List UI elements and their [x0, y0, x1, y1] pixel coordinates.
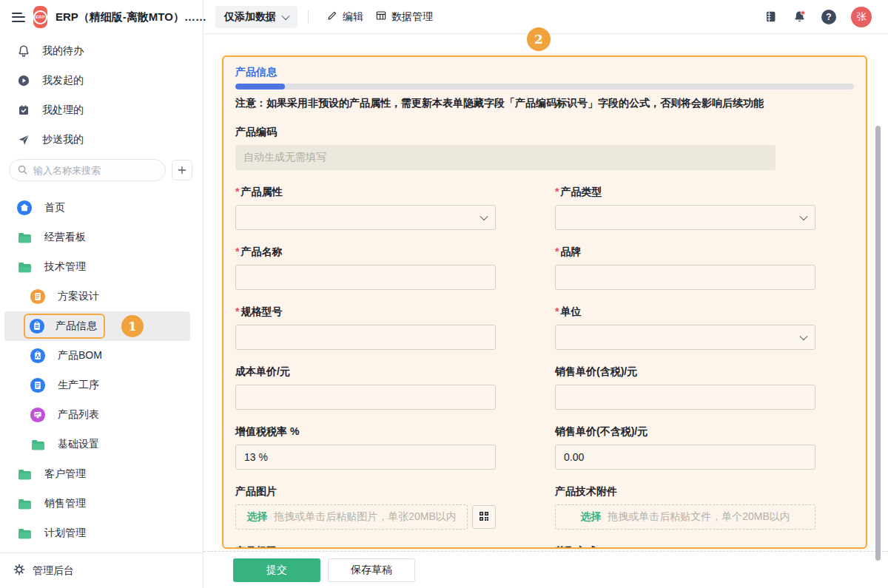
cost-price-input[interactable]: [235, 385, 496, 410]
qr-scan-button[interactable]: [472, 505, 496, 529]
field-sale-price-tax: 销售单价(含税)/元: [555, 364, 815, 410]
sidebar-item-cc-me[interactable]: 抄送我的: [0, 125, 203, 155]
chevron-down-icon: [281, 11, 289, 19]
qr-code-icon: [478, 510, 490, 524]
tech-attachment-upload[interactable]: 选择 拖拽或单击后粘贴文件，单个20MB以内: [555, 504, 815, 530]
field-unit: *单位: [555, 304, 815, 350]
add-button[interactable]: [172, 160, 192, 180]
product-image-upload[interactable]: 选择 拖拽或单击后粘贴图片，单张20MB以内: [235, 504, 468, 530]
field-product-type: *产品类型: [555, 184, 815, 230]
send-icon: [16, 133, 30, 147]
field-product-perm: 产品权限: [235, 544, 496, 549]
sidebar-item-sales-manage[interactable]: 销售管理: [0, 489, 203, 518]
chevron-down-icon: [799, 332, 807, 340]
notification-bell-icon[interactable]: [793, 10, 807, 24]
add-data-only-label: 仅添加数据: [224, 10, 276, 24]
product-info-icon: [29, 318, 45, 334]
sidebar-item-label: 我发起的: [42, 74, 84, 87]
process-doc-icon: [30, 377, 46, 393]
app-logo: ERP: [33, 6, 47, 28]
help-icon[interactable]: ?: [821, 10, 836, 24]
data-manage-label: 数据管理: [391, 10, 433, 24]
field-brand: *品牌: [555, 244, 815, 290]
product-attr-select[interactable]: [235, 205, 496, 230]
submit-button[interactable]: 提交: [233, 558, 320, 582]
sidebar-item-label: 技术管理: [44, 260, 86, 274]
sidebar-item-label: 基础设置: [58, 438, 99, 451]
field-label: 产品图片: [235, 484, 277, 499]
sidebar-item-my-initiated[interactable]: 我发起的: [0, 66, 203, 95]
scrollbar-thumb[interactable]: [875, 126, 881, 561]
sidebar-item-label: 生产工序: [58, 379, 99, 392]
hamburger-menu-icon[interactable]: [12, 13, 25, 22]
add-data-only-button[interactable]: 仅添加数据: [215, 6, 297, 28]
unit-select[interactable]: [555, 325, 815, 350]
folder-icon: [16, 496, 33, 512]
field-product-name: *产品名称: [235, 244, 496, 290]
bell-icon: [16, 44, 30, 58]
sidebar-item-label: 客户管理: [44, 467, 86, 481]
field-product-image: 产品图片 选择 拖拽或单击后粘贴图片，单张20MB以内: [235, 484, 496, 530]
topbar: 仅添加数据 编辑 数据管理 ? 张: [204, 0, 888, 34]
toolbar-divider: [308, 10, 309, 24]
product-type-select[interactable]: [555, 205, 815, 230]
sidebar-item-tech-manage[interactable]: 技术管理: [0, 252, 203, 282]
sidebar-item-label: 管理后台: [33, 564, 74, 578]
spec-model-input[interactable]: [235, 325, 496, 350]
field-label: 产品技术附件: [555, 484, 617, 499]
play-circle-icon: [16, 74, 30, 88]
form-title: 产品信息: [235, 66, 854, 78]
form-progress-bar: [235, 84, 854, 89]
field-label: 产品名称: [240, 244, 282, 259]
folder-icon: [16, 229, 33, 246]
sale-price-no-tax-input[interactable]: 0.00: [555, 445, 815, 470]
sidebar-menu: 首页 经营看板 技术管理 方案设计 产品信息: [0, 193, 203, 548]
required-mark: *: [555, 244, 559, 259]
sidebar-item-customer-manage[interactable]: 客户管理: [0, 459, 203, 489]
vat-rate-input[interactable]: 13 %: [235, 445, 496, 470]
sidebar-item-label: 我的待办: [42, 44, 84, 58]
sidebar-item-home[interactable]: 首页: [0, 193, 203, 223]
product-info-form-panel: 产品信息 注意：如果采用非预设的产品属性，需更新本表单隐藏字段「产品编码标识号」…: [222, 55, 867, 549]
sidebar-item-basic-settings[interactable]: 基础设置: [0, 430, 203, 459]
home-icon: [16, 200, 33, 216]
sidebar-header: ERP ERP（精细版-离散MTO）……: [0, 0, 203, 34]
search-icon: [17, 164, 28, 178]
sidebar-item-admin-console[interactable]: 管理后台: [0, 552, 203, 588]
step-2-badge: 2: [527, 27, 551, 51]
vat-rate-value: 13 %: [244, 451, 268, 463]
sale-price-tax-input[interactable]: [555, 385, 815, 410]
form-notice: 注意：如果采用非预设的产品属性，需更新本表单隐藏字段「产品编码标识号」字段的公式…: [235, 95, 854, 110]
user-avatar[interactable]: 张: [851, 7, 872, 27]
table-icon: [375, 10, 387, 24]
sidebar-item-my-todo[interactable]: 我的待办: [0, 36, 203, 66]
sidebar-item-my-processed[interactable]: 我处理的: [0, 95, 203, 125]
field-product-attr: *产品属性: [235, 184, 496, 230]
data-manage-button[interactable]: 数据管理: [375, 10, 433, 24]
sidebar-item-scheme-design[interactable]: 方案设计: [0, 282, 203, 311]
chevron-down-icon: [799, 212, 807, 220]
sidebar-item-product-info[interactable]: 产品信息 1: [4, 311, 190, 341]
field-label: 销售单价(不含税)/元: [555, 424, 648, 439]
field-label: 产品属性: [240, 184, 282, 199]
sidebar-item-biz-dashboard[interactable]: 经营看板: [0, 223, 203, 252]
field-label: 产品权限: [235, 544, 277, 549]
bom-icon: [30, 348, 46, 364]
sidebar-item-product-bom[interactable]: 产品BOM: [0, 341, 203, 371]
sidebar-item-label: 首页: [44, 201, 65, 214]
app-title: ERP（精细版-离散MTO）……: [56, 10, 206, 24]
product-name-input[interactable]: [235, 265, 496, 290]
form-action-bar: 提交 保存草稿: [204, 551, 888, 588]
sidebar-item-label: 产品信息: [56, 320, 97, 333]
edit-button[interactable]: 编辑: [326, 10, 363, 24]
field-label: 增值税税率 %: [235, 424, 299, 439]
search-input[interactable]: [9, 159, 166, 181]
field-label: 获取方式: [555, 544, 596, 549]
sidebar-item-plan-manage[interactable]: 计划管理: [0, 518, 203, 548]
brand-input[interactable]: [555, 265, 815, 290]
sidebar-item-product-list[interactable]: 产品列表: [0, 400, 203, 430]
notebook-icon[interactable]: [764, 10, 778, 24]
save-draft-button[interactable]: 保存草稿: [328, 558, 415, 582]
sidebar-item-production-process[interactable]: 生产工序: [0, 371, 203, 400]
field-cost-price: 成本单价/元: [235, 364, 496, 410]
